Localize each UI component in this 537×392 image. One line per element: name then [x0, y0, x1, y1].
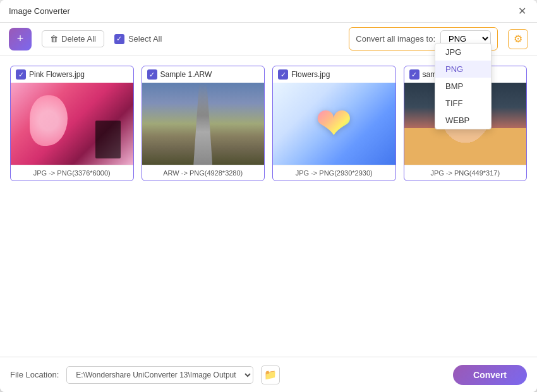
- image-info: JPG -> PNG(2930*2930): [273, 165, 395, 181]
- close-button[interactable]: ✕: [516, 5, 528, 18]
- folder-button[interactable]: 📁: [261, 365, 280, 384]
- convert-button[interactable]: Convert: [453, 365, 527, 385]
- image-info: JPG -> PNG(449*317): [404, 165, 527, 181]
- window-title: Image Converter: [9, 6, 70, 16]
- dropdown-item-png[interactable]: PNG: [435, 61, 491, 78]
- image-info: ARW -> PNG(4928*3280): [142, 165, 265, 181]
- format-dropdown: JPG PNG BMP TIFF WEBP: [435, 43, 492, 129]
- card-checkbox[interactable]: [147, 69, 157, 80]
- image-card: Flowers.jpg JPG -> PNG(2930*2930): [272, 66, 396, 181]
- folder-icon: 📁: [264, 369, 277, 381]
- dropdown-item-jpg[interactable]: JPG: [435, 44, 491, 61]
- dropdown-item-tiff[interactable]: TIFF: [435, 95, 491, 112]
- delete-icon: 🗑: [50, 34, 58, 44]
- image-card: Pink Flowers.jpg JPG -> PNG(3376*6000): [10, 66, 134, 181]
- settings-button[interactable]: ⚙: [508, 29, 528, 49]
- select-all-label: Select All: [128, 34, 162, 44]
- image-filename: Pink Flowers.jpg: [29, 70, 85, 79]
- card-checkbox[interactable]: [409, 69, 419, 80]
- dropdown-item-bmp[interactable]: BMP: [435, 78, 491, 95]
- select-all-checkbox[interactable]: [114, 34, 124, 44]
- main-window: Image Converter ✕ + 🗑 Delete All Select …: [0, 0, 537, 392]
- image-thumbnail: [11, 83, 133, 165]
- image-thumbnail: [273, 83, 395, 165]
- file-location-label: File Location:: [10, 370, 59, 379]
- footer: File Location: E:\Wondershare UniConvert…: [0, 357, 537, 392]
- dropdown-item-webp[interactable]: WEBP: [435, 112, 491, 129]
- image-filename: Sample 1.ARW: [160, 70, 212, 79]
- delete-all-label: Delete All: [61, 34, 96, 44]
- add-image-button[interactable]: +: [9, 28, 32, 50]
- file-path-select[interactable]: E:\Wondershare UniConverter 13\Image Out…: [66, 366, 253, 384]
- image-thumbnail: [142, 83, 265, 165]
- title-bar: Image Converter ✕: [0, 0, 537, 23]
- image-info: JPG -> PNG(3376*6000): [11, 165, 133, 181]
- image-card: Sample 1.ARW ARW -> PNG(4928*3280): [142, 66, 265, 181]
- delete-all-button[interactable]: 🗑 Delete All: [42, 30, 104, 47]
- convert-all-label: Convert all images to:: [356, 34, 435, 44]
- settings-icon: ⚙: [514, 33, 522, 45]
- image-filename: Flowers.jpg: [291, 70, 330, 79]
- card-checkbox[interactable]: [16, 69, 26, 80]
- select-all-container[interactable]: Select All: [114, 34, 162, 44]
- card-checkbox[interactable]: [278, 69, 288, 80]
